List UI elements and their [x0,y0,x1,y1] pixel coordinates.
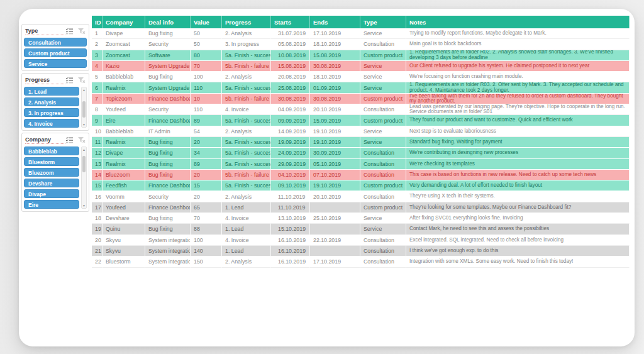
slicer-item-service[interactable]: Service [24,59,87,68]
cell-notes[interactable]: Lead was generated by our langing page. … [406,104,630,115]
cell-starts[interactable]: 29.09.2019 [271,159,310,170]
cell-deal[interactable]: Bug fixing [145,28,191,39]
cell-type[interactable]: Service [360,224,406,235]
cell-ends[interactable] [310,224,360,235]
cell-type[interactable]: Consultation [360,170,406,180]
cell-company[interactable]: Topiczoom [103,94,145,104]
cell-deal[interactable]: System integration [145,235,191,246]
cell-starts[interactable]: 10.08.2019 [271,50,310,61]
cell-company[interactable]: Realmix [103,137,145,148]
slicer-item-consultation[interactable]: Consultation [24,38,87,47]
cell-company[interactable]: Realmix [103,159,145,170]
cell-progress[interactable]: 2. Analysis [222,28,271,39]
cell-notes[interactable]: Very demanding deal. A lot of effort nee… [406,180,630,191]
cell-notes[interactable]: They're using X tech in their systems. [406,191,630,202]
cell-ends[interactable]: 07.10.2019 [310,170,360,180]
multi-select-icon[interactable] [65,28,74,35]
cell-ends[interactable] [310,246,360,257]
cell-notes[interactable]: 1. Requierements are in folder R03. 2. O… [406,82,630,93]
cell-company[interactable]: Kazio [103,61,145,72]
cell-type[interactable]: Consultation [360,235,406,246]
cell-company[interactable]: Zoomcast [103,39,145,50]
cell-starts[interactable]: 09.09.2019 [271,115,310,126]
cell-progress[interactable]: 4. Invoice [222,235,271,246]
cell-starts[interactable]: 04.10.2019 [271,170,310,180]
cell-notes[interactable]: We're checking its templates [406,159,630,170]
cell-type[interactable]: Custom product [360,115,406,126]
cell-value[interactable]: 20 [191,191,222,202]
cell-notes[interactable]: Excel integrated. SQL integrated. Need t… [406,235,630,246]
cell-value[interactable]: 80 [191,50,222,61]
cell-progress[interactable]: 5a. Finish - success [222,82,271,93]
cell-value[interactable]: 15 [191,180,222,191]
cell-company[interactable]: Eire [103,115,145,126]
cell-id[interactable]: 19 [92,224,103,235]
cell-value[interactable]: 89 [191,115,222,126]
cell-value[interactable]: 110 [191,82,222,93]
cell-deal[interactable]: Software [145,50,191,61]
cell-progress[interactable]: 5a. Finish - success [222,50,271,61]
cell-company[interactable]: Bluezoom [103,170,145,180]
cell-type[interactable]: Service [360,72,406,82]
cell-ends[interactable]: 30.09.2019 [310,148,360,158]
cell-id[interactable]: 10 [92,126,103,137]
cell-progress[interactable]: 4. Invoice [222,213,271,224]
cell-deal[interactable]: Finance Dashboard [145,202,191,213]
cell-deal[interactable]: Finance Dashboard [145,180,191,191]
cell-notes[interactable]: After fixing SVC01 everything looks fine… [406,213,630,224]
cell-value[interactable]: 88 [191,224,222,235]
cell-deal[interactable]: Security [145,39,191,50]
cell-ends[interactable]: 19.10.2019 [310,137,360,148]
cell-progress[interactable]: 5b. Finish - failure [222,61,271,72]
cell-notes[interactable]: Our Client refused to upgrade his system… [406,61,630,72]
cell-progress[interactable]: 2. Analysis [222,257,271,267]
cell-company[interactable]: Feedfish [103,180,145,191]
cell-ends[interactable]: 25.10.2019 [310,213,360,224]
cell-starts[interactable]: 04.09.2019 [271,104,310,115]
cell-value[interactable]: 70 [191,61,222,72]
scroll-down-icon[interactable]: ▼ [82,123,86,126]
cell-id[interactable]: 22 [92,257,103,267]
cell-value[interactable]: 54 [191,126,222,137]
cell-notes[interactable]: Integration with some XMLs. Some easy wo… [406,257,630,267]
column-header-progress[interactable]: Progress [222,16,271,28]
slicer-item-divape[interactable]: Divape [24,189,79,198]
cell-deal[interactable]: System integration [145,246,191,257]
slicer-scrollbar[interactable]: ▲ ▼ [81,87,87,128]
cell-type[interactable]: Service [360,61,406,72]
cell-type[interactable]: Custom product [360,94,406,104]
cell-starts[interactable]: 25.08.2019 [271,82,310,93]
cell-ends[interactable]: 20.10.2019 [310,191,360,202]
cell-ends[interactable]: 01.09.2019 [310,82,360,93]
cell-deal[interactable]: Bug fixing [145,72,191,82]
cell-company[interactable]: Skyvu [103,235,145,246]
cell-type[interactable]: Custom product [360,180,406,191]
cell-progress[interactable]: 2. Analysis [222,191,271,202]
cell-value[interactable]: 100 [191,235,222,246]
scrollbar-thumb[interactable] [82,101,86,118]
cell-value[interactable]: 70 [191,213,222,224]
cell-id[interactable]: 1 [92,28,103,39]
slicer-item-3-in-progress[interactable]: 3. In progress [24,108,79,117]
cell-company[interactable]: Skyvu [103,246,145,257]
slicer-item-bluezoom[interactable]: Bluezoom [24,168,79,177]
cell-notes[interactable]: I think we've got enough exp. to do this [406,246,630,257]
cell-deal[interactable]: Bug fixing [145,170,191,180]
cell-value[interactable]: 50 [191,39,222,50]
cell-id[interactable]: 11 [92,137,103,148]
cell-value[interactable]: 100 [191,72,222,82]
cell-starts[interactable]: 15.08.2019 [271,61,310,72]
cell-ends[interactable]: 15.08.2019 [310,50,360,61]
scrollbar-thumb[interactable] [82,156,86,172]
cell-starts[interactable]: 30.08.2019 [271,94,310,104]
cell-starts[interactable]: 14.09.2019 [271,126,310,137]
slicer-item-2-analysis[interactable]: 2. Analysis [24,97,79,106]
cell-notes[interactable]: They found our product and want to custo… [406,115,630,126]
cell-ends[interactable] [310,202,360,213]
cell-type[interactable]: Consultation [360,39,406,50]
column-header-starts[interactable]: Starts [271,16,310,28]
cell-progress[interactable]: 1. Lead [222,202,271,213]
cell-notes[interactable]: Main goal is to block backdoors [406,39,630,50]
cell-notes[interactable]: They're looking for some templates. Mayb… [406,202,630,213]
cell-progress[interactable]: 1. Lead [222,246,271,257]
